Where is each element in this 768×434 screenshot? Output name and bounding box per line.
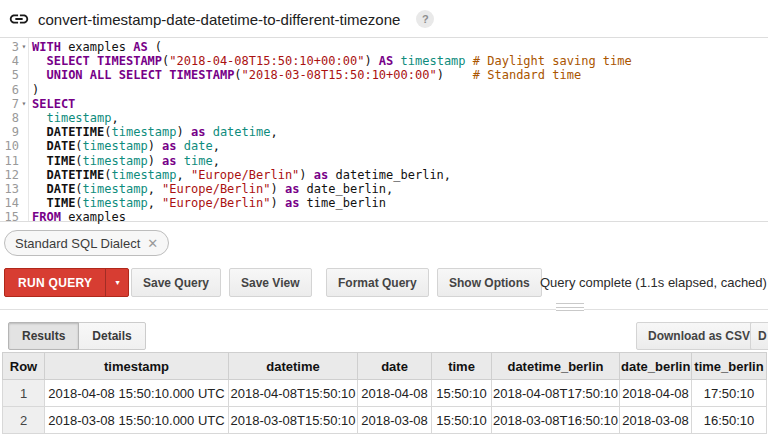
sql-editor[interactable]: 3▾WITH examples AS (4 SELECT TIMESTAMP("… <box>0 37 768 222</box>
column-header: Row <box>3 353 45 380</box>
line-number: 14 <box>0 196 19 210</box>
results-table: Rowtimestampdatetimedatetimedatetime_ber… <box>2 352 767 434</box>
table-cell: 2018-03-08 <box>620 407 692 434</box>
column-header: time_berlin <box>692 353 767 380</box>
table-cell: 2018-04-08T15:50:10 <box>229 380 358 407</box>
fold-gutter <box>19 154 29 168</box>
code-text: DATETIME(timestamp, "Europe/Berlin") as … <box>29 168 451 182</box>
table-cell: 2018-04-08T17:50:10 <box>492 380 620 407</box>
column-header: time <box>432 353 492 380</box>
row-number-cell: 1 <box>3 380 45 407</box>
table-cell: 2018-03-08T16:50:10 <box>492 407 620 434</box>
fold-arrow-icon[interactable]: ▾ <box>19 97 29 111</box>
code-text: UNION ALL SELECT TIMESTAMP("2018-03-08T1… <box>29 68 581 82</box>
code-text: DATETIME(timestamp) as datetime, <box>29 125 278 139</box>
run-query-label[interactable]: RUN QUERY <box>5 269 105 296</box>
code-text: TIME(timestamp, "Europe/Berlin") as time… <box>29 196 386 210</box>
column-header: datetime <box>229 353 358 380</box>
fold-gutter <box>19 139 29 153</box>
code-text: WITH examples AS ( <box>29 40 162 54</box>
code-line: 7▾SELECT <box>0 97 768 111</box>
run-query-button[interactable]: RUN QUERY ▼ <box>4 268 129 297</box>
tab-details[interactable]: Details <box>78 322 145 350</box>
table-cell: 2018-04-08 15:50:10.000 UTC <box>45 380 229 407</box>
resize-handle[interactable] <box>556 302 584 312</box>
bigquery-query-editor: { "header": { "title": "convert-timestam… <box>0 0 768 434</box>
table-row: 12018-04-08 15:50:10.000 UTC2018-04-08T1… <box>3 380 767 407</box>
code-line: 15FROM examples <box>0 210 768 224</box>
code-text: FROM examples <box>29 210 126 224</box>
code-line: 12 DATETIME(timestamp, "Europe/Berlin") … <box>0 168 768 182</box>
code-line: 4 SELECT TIMESTAMP("2018-04-08T15:50:10+… <box>0 54 768 68</box>
code-text: DATE(timestamp, "Europe/Berlin") as date… <box>29 182 393 196</box>
dialect-chip: Standard SQL Dialect ✕ <box>4 230 169 256</box>
table-cell: 15:50:10 <box>432 380 492 407</box>
fold-gutter <box>19 68 29 82</box>
fold-gutter <box>19 111 29 125</box>
fold-gutter <box>19 125 29 139</box>
fold-gutter <box>19 54 29 68</box>
table-cell: 2018-04-08 <box>358 380 432 407</box>
line-number: 12 <box>0 168 19 182</box>
fold-gutter <box>19 196 29 210</box>
code-text: DATE(timestamp) as date, <box>29 139 220 153</box>
chip-close-icon[interactable]: ✕ <box>147 237 158 250</box>
caret-down-icon: ▼ <box>114 279 121 287</box>
table-cell: 2018-03-08 <box>358 407 432 434</box>
code-lines: 3▾WITH examples AS (4 SELECT TIMESTAMP("… <box>0 40 768 224</box>
fold-gutter <box>19 182 29 196</box>
line-number: 9 <box>0 125 19 139</box>
dialect-chip-label: Standard SQL Dialect <box>15 236 140 251</box>
code-line: 3▾WITH examples AS ( <box>0 40 768 54</box>
fold-gutter <box>19 210 29 224</box>
code-line: 5 UNION ALL SELECT TIMESTAMP("2018-03-08… <box>0 68 768 82</box>
line-number: 6 <box>0 83 19 97</box>
column-header: date_berlin <box>620 353 692 380</box>
save-query-button[interactable]: Save Query <box>131 268 221 297</box>
fold-gutter <box>19 168 29 182</box>
column-header: timestamp <box>45 353 229 380</box>
table-cell: 2018-03-08T15:50:10 <box>229 407 358 434</box>
line-number: 11 <box>0 154 19 168</box>
query-header: convert-timestamp-date-datetime-to-diffe… <box>8 6 434 32</box>
code-line: 14 TIME(timestamp, "Europe/Berlin") as t… <box>0 196 768 210</box>
line-number: 8 <box>0 111 19 125</box>
download-csv-button[interactable]: Download as CSV <box>636 322 762 350</box>
line-number: 10 <box>0 139 19 153</box>
code-text: SELECT TIMESTAMP("2018-04-08T15:50:10+00… <box>29 54 632 68</box>
code-text: TIME(timestamp) as time, <box>29 154 220 168</box>
table-cell: 16:50:10 <box>692 407 767 434</box>
code-line: 11 TIME(timestamp) as time, <box>0 154 768 168</box>
query-status: Query complete (1.1s elapsed, cached) <box>540 268 767 297</box>
table-header-row: Rowtimestampdatetimedatetimedatetime_ber… <box>3 353 767 380</box>
run-query-dropdown[interactable]: ▼ <box>105 269 128 296</box>
link-icon[interactable] <box>8 8 30 30</box>
fold-arrow-icon[interactable]: ▾ <box>19 40 29 54</box>
show-options-button[interactable]: Show Options <box>437 268 542 297</box>
column-header: date <box>358 353 432 380</box>
help-button[interactable]: ? <box>416 10 434 28</box>
format-query-button[interactable]: Format Query <box>326 268 429 297</box>
code-line: 10 DATE(timestamp) as date, <box>0 139 768 153</box>
code-text: SELECT <box>29 97 75 111</box>
code-text: timestamp, <box>29 111 119 125</box>
code-line: 6) <box>0 83 768 97</box>
line-number: 4 <box>0 54 19 68</box>
tab-results[interactable]: Results <box>8 322 79 350</box>
query-title: convert-timestamp-date-datetime-to-diffe… <box>38 11 400 28</box>
fold-gutter <box>19 83 29 97</box>
table-cell: 2018-04-08 <box>620 380 692 407</box>
save-view-button[interactable]: Save View <box>229 268 312 297</box>
results-tabs: Results Details <box>8 322 146 350</box>
code-line: 9 DATETIME(timestamp) as datetime, <box>0 125 768 139</box>
line-number: 3 <box>0 40 19 54</box>
table-cell: 2018-03-08 15:50:10.000 UTC <box>45 407 229 434</box>
table-row: 22018-03-08 15:50:10.000 UTC2018-03-08T1… <box>3 407 767 434</box>
download-json-button[interactable]: D <box>750 322 768 350</box>
column-header: datetime_berlin <box>492 353 620 380</box>
code-text: ) <box>29 83 39 97</box>
line-number: 13 <box>0 182 19 196</box>
line-number: 15 <box>0 210 19 224</box>
row-number-cell: 2 <box>3 407 45 434</box>
line-number: 7 <box>0 97 19 111</box>
